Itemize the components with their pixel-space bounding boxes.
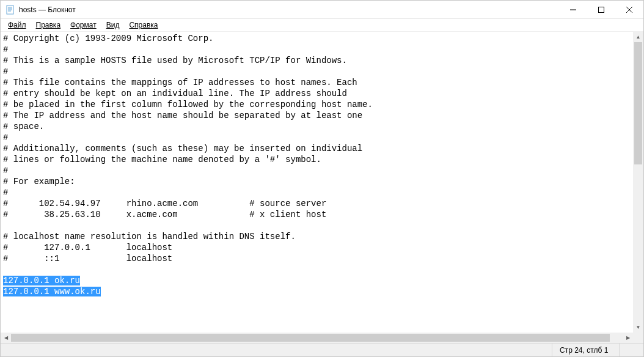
vertical-scroll-track[interactable] [633, 42, 643, 322]
titlebar: hosts — Блокнот [1, 1, 643, 19]
horizontal-scrollbar[interactable]: ◀ ▶ [1, 333, 633, 343]
status-cursor-pos: Стр 24, стлб 1 [552, 344, 619, 356]
svg-rect-6 [599, 7, 604, 12]
horizontal-scroll-track[interactable] [11, 333, 623, 343]
window-title: hosts — Блокнот [19, 6, 76, 14]
close-button[interactable] [615, 1, 643, 19]
scroll-right-button[interactable]: ▶ [623, 333, 633, 343]
horizontal-scroll-thumb[interactable] [11, 334, 610, 342]
scroll-corner [633, 333, 643, 343]
status-empty [619, 344, 643, 356]
minimize-button[interactable] [559, 1, 587, 19]
scroll-up-button[interactable]: ▲ [633, 32, 643, 42]
text-editor[interactable]: # Copyright (c) 1993-2009 Microsoft Corp… [1, 32, 643, 343]
selected-text: 127.0.0.1 ok.ru [3, 276, 80, 285]
menu-help[interactable]: Справка [124, 20, 163, 31]
notepad-icon [5, 5, 15, 15]
selected-text: 127.0.0.1 www.ok.ru [3, 287, 101, 296]
menu-view[interactable]: Вид [101, 20, 125, 31]
vertical-scroll-thumb[interactable] [634, 42, 642, 164]
menu-file[interactable]: Файл [3, 20, 31, 31]
scroll-down-button[interactable]: ▼ [633, 322, 643, 333]
menubar: Файл Правка Формат Вид Справка [1, 19, 643, 32]
menu-format[interactable]: Формат [65, 20, 101, 31]
maximize-button[interactable] [587, 1, 615, 19]
statusbar: Стр 24, стлб 1 [1, 343, 643, 356]
vertical-scrollbar[interactable]: ▲ ▼ [633, 32, 643, 333]
scroll-left-button[interactable]: ◀ [1, 333, 11, 343]
menu-edit[interactable]: Правка [31, 20, 66, 31]
editor-area: # Copyright (c) 1993-2009 Microsoft Corp… [1, 32, 643, 343]
